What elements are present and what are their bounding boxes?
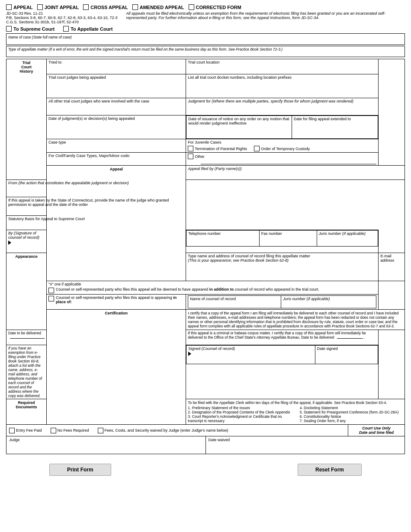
civil-family-cell[interactable]: For Civil/Family Case Types, Major/Minor… [47,153,186,166]
certification-section-label: Certification [47,310,186,425]
docket-numbers-label: List all trial court docket numbers, inc… [188,75,292,80]
date-waived-label: Date waived [209,438,230,442]
order-temp-checkbox[interactable] [254,146,260,151]
case-type-label: Case type [48,140,66,144]
type-of-matter-row: Type of appellate matter (If a writ of e… [6,46,405,57]
supreme-court-checkbox-label[interactable]: To Supreme Court [6,26,55,32]
order-temp-checkbox-container[interactable]: Order of Temporary Custody [254,146,310,151]
fee-section: Entry Fee Paid No Fees Required Fees, Co… [6,425,405,436]
termination-label: Termination of Parental Rights [195,147,247,151]
counsel-addition-checkbox[interactable] [48,288,54,293]
required-docs-intro: To be filed with the Appellate Clerk wit… [188,401,403,405]
appearance-section-label: Appearance [6,253,47,330]
fees-costs-checkbox[interactable] [98,428,103,433]
main-form-table: TrialCourtHistory Tried to Trial court l… [6,59,405,425]
signed-cell[interactable]: Signed (Counsel of record) [186,346,315,364]
amended-appeal-checkbox-label[interactable]: AMENDED APPEAL [132,4,184,10]
date-filing-cell[interactable]: Date for filing appeal extended to [292,116,378,139]
date-signed-label: Date signed [317,346,338,351]
corrected-form-label: CORRECTED FORM [196,5,241,10]
supreme-court-label: To Supreme Court [13,26,55,32]
amended-appeal-checkbox[interactable] [132,4,138,10]
date-judgment-label: Date of judgment(s) or decision(s) being… [48,116,135,121]
x-one-label: "X" one if applicable [48,282,376,286]
supreme-court-checkbox[interactable] [6,26,12,32]
date-filing-label: Date for filing appeal extended to [294,117,351,121]
date-delivered-label: Date to be delivered [8,331,41,335]
judge-section: Judge Date waived [6,436,405,454]
required-docs-section-label: RequiredDocuments [6,399,47,425]
trial-court-location-cell[interactable]: Trial court location [186,59,379,74]
order-temp-label: Order of Temporary Custody [261,147,310,151]
counsel-in-place-checkbox[interactable] [48,296,54,301]
fax-cell[interactable]: Fax number [259,231,317,247]
other-checkbox[interactable] [188,154,193,159]
juris-appearance-cell[interactable]: Juris number (If applicable) [281,296,376,308]
no-fees-checkbox-container[interactable]: No Fees Required [51,428,89,433]
x-one-cell: "X" one if applicable Counsel or self-re… [47,281,379,295]
telephone-cell[interactable]: Telephone number [186,231,259,247]
joint-appeal-checkbox[interactable] [37,4,43,10]
name-counsel-record-cell[interactable]: Name of counsel of record Juris number (… [186,295,379,310]
juris-sig-cell[interactable]: Juris number (If applicable) [317,231,378,247]
name-counsel-record-inner[interactable]: Name of counsel of record [188,296,281,308]
from-action-cell[interactable]: From (the action that constitutes the ap… [6,180,186,197]
entry-fee-checkbox[interactable] [9,428,15,433]
date-judgment-cell[interactable]: Date of judgment(s) or decision(s) being… [47,115,186,139]
docket-numbers-cell[interactable]: List all trial court docket numbers, inc… [186,74,379,98]
exemption-text: If you have an exemption from e-filing u… [8,346,42,398]
judge-cell[interactable]: Judge [6,436,206,454]
other-cell[interactable]: Other [186,153,379,166]
judges-appealed-cell[interactable]: Trial court judges being appealed [47,74,186,98]
name-counsel-record-label: Name of counsel of record [190,297,236,301]
for-juvenile-label: For Juvenile Cases [188,140,221,144]
type-of-matter-input[interactable] [8,51,403,56]
email-address-cell[interactable]: E-mail address [379,253,405,281]
date-delivered-cell[interactable]: Date to be delivered . [6,330,47,345]
cross-appeal-checkbox-label[interactable]: CROSS APPEAL [83,4,128,10]
corrected-form-checkbox-label[interactable]: CORRECTED FORM [189,4,241,10]
other-checkbox-container[interactable]: Other [188,154,205,159]
no-fees-checkbox[interactable] [51,428,56,433]
cross-appeal-checkbox[interactable] [83,4,89,10]
appellate-court-checkbox[interactable] [63,26,69,32]
case-type-cell[interactable]: Case type [47,139,186,153]
corrected-form-checkbox[interactable] [189,4,194,10]
req-doc-4: 4. Docketing Statement [300,406,403,410]
tried-to-cell[interactable]: Tried to [47,59,186,74]
appeal-checkbox-label[interactable]: Appeal APPEAL [6,4,33,10]
date-issuance-cell[interactable]: Date of issuance of notice on any order … [186,116,292,139]
entry-fee-checkbox-container[interactable]: Entry Fee Paid [9,428,42,433]
print-form-button[interactable]: Print Form [49,464,111,476]
juris-appearance-label: Juris number (If applicable) [283,297,330,301]
appellate-court-checkbox-label[interactable]: To Appellate Court [63,26,112,32]
judges-appealed-label: Trial court judges being appealed [48,75,106,80]
bottom-buttons-row: Print Form Reset Form [6,464,405,476]
joint-appeal-checkbox-label[interactable]: JOINT APPEAL [37,4,79,10]
appearance-label: Appearance [15,254,38,259]
statutory-basis-label: Statutory Basis for Appeal to Supreme Co… [8,217,85,221]
form-id: JD-SC-33 Rev. 11-21 [6,11,118,16]
other-judges-cell[interactable]: All other trial court judges who were in… [47,98,186,115]
termination-checkbox[interactable] [188,146,193,151]
cross-appeal-label: CROSS APPEAL [90,5,128,10]
state-ct-cell[interactable]: If this appeal is taken by the State of … [6,197,186,216]
appeal-label: APPEAL [13,5,33,10]
appeal-checkbox[interactable] [6,4,12,10]
statutory-basis-cell[interactable]: Statutory Basis for Appeal to Supreme Co… [6,216,186,230]
required-docs-label: RequiredDocuments [16,401,37,409]
trial-court-location-label: Trial court location [188,60,219,64]
date-issuance-label: Date of issuance of notice on any order … [188,117,289,125]
date-signed-cell[interactable]: Date signed [315,346,378,364]
type-name-cell[interactable]: Type name and address of counsel of reco… [186,253,379,281]
judge-label: Judge [9,438,20,442]
date-waived-cell[interactable]: Date waived [206,436,405,454]
termination-checkbox-container[interactable]: Termination of Parental Rights [188,146,247,151]
by-signature-cell[interactable]: By (Signature of counsel of record) [6,230,47,253]
name-of-case-input[interactable] [8,39,403,44]
filed-by-cell[interactable]: Appeal filed by (Party name(s)) [186,166,405,180]
notice-text: All appeals must be filed electronically… [126,11,405,24]
fees-costs-checkbox-container[interactable]: Fees, Costs, and Security waived by Judg… [98,428,228,433]
judgment-for-cell[interactable]: Judgment for (Where there are multiple p… [186,98,379,115]
reset-form-button[interactable]: Reset Form [298,464,362,476]
